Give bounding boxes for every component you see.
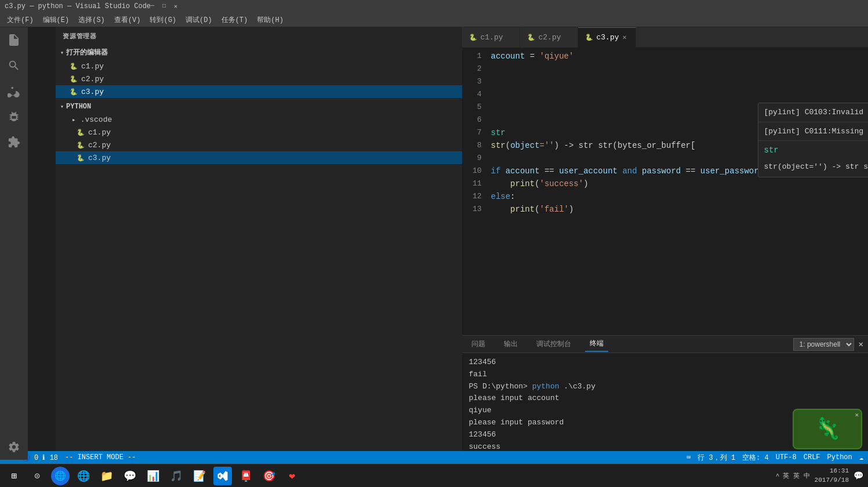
editor-area: 🐍 c1.py 🐍 c2.py 🐍 c3.py ✕ 1 account = 'q… — [462, 27, 869, 451]
explorer-header: 资源管理器 — [56, 27, 462, 45]
close-window-button[interactable]: ✕ — [174, 3, 181, 10]
taskbar-excel[interactable]: 📊 — [144, 467, 162, 485]
python-file-c3[interactable]: 🐍 c3.py — [56, 151, 462, 164]
open-file-c2[interactable]: 🐍 c2.py — [56, 72, 462, 85]
close-terminal-button[interactable]: ✕ — [859, 339, 863, 349]
python-file-icon: 🐍 — [70, 88, 78, 96]
extensions-icon[interactable] — [6, 134, 22, 150]
line-content-2 — [491, 63, 869, 75]
minimize-button[interactable]: ─ — [151, 3, 158, 10]
settings-icon[interactable] — [6, 439, 22, 455]
status-bar: ⚠ 0 🔵 0 ℹ 18 -- INSERT MODE -- ⌨ 行 3，列 1… — [0, 451, 868, 464]
gecko-close-button[interactable]: ✕ — [855, 411, 859, 419]
terminal-tabs: 问题 输出 调试控制台 终端 1: powershell ✕ — [462, 336, 869, 353]
status-line-ending[interactable]: CRLF — [804, 453, 820, 461]
status-language[interactable]: Python — [827, 453, 852, 461]
maximize-button[interactable]: □ — [162, 3, 169, 10]
status-right: ⌨ 行 3，列 1 空格: 4 UTF-8 CRLF Python ☁ — [687, 453, 863, 463]
python-file-c1[interactable]: 🐍 c1.py — [56, 126, 462, 139]
status-cloud[interactable]: ☁ — [859, 453, 863, 462]
open-file-c3[interactable]: 🐍 c3.py — [56, 85, 462, 98]
tab-c3-icon: 🐍 — [585, 34, 593, 41]
taskbar-folder[interactable]: 📁 — [97, 467, 116, 485]
menu-help[interactable]: 帮助(H) — [252, 14, 288, 26]
hover-type: str — [758, 141, 869, 159]
files-icon[interactable] — [6, 32, 22, 48]
taskbar-app3[interactable]: ❤ — [283, 467, 302, 485]
clock-date: 2017/9/18 — [815, 476, 849, 485]
tab-c2[interactable]: 🐍 c2.py — [520, 27, 578, 48]
line-num-10: 10 — [462, 165, 491, 177]
menu-goto[interactable]: 转到(G) — [145, 14, 181, 26]
tab-c1-icon: 🐍 — [469, 34, 477, 41]
python-folder-header[interactable]: ▾ PYTHON — [56, 100, 462, 113]
code-editor[interactable]: 1 account = 'qiyue' [pylint] C0103:Inval… — [462, 48, 869, 335]
taskbar-ie[interactable]: 🌐 — [74, 467, 93, 485]
activity-bar — [0, 27, 28, 460]
folder-arrow-icon: ▸ — [72, 116, 76, 123]
vscode-folder[interactable]: ▸ .vscode — [56, 113, 462, 126]
terminal-tab-problems[interactable]: 问题 — [467, 337, 490, 351]
python-file-icon: 🐍 — [70, 63, 78, 70]
terminal-tab-output[interactable]: 输出 — [499, 337, 522, 351]
taskbar-edge[interactable]: 🌐 — [51, 467, 70, 485]
tab-c1[interactable]: 🐍 c1.py — [462, 27, 520, 48]
line-num-3: 3 — [462, 75, 491, 88]
python-c1-label: c1.py — [88, 128, 111, 137]
tab-c2-label: c2.py — [539, 33, 561, 42]
notification-icon[interactable]: 💬 — [854, 471, 863, 481]
python-file-c2[interactable]: 🐍 c2.py — [56, 139, 462, 151]
terminal-tab-debug[interactable]: 调试控制台 — [532, 337, 576, 351]
terminal-shell-select[interactable]: 1: powershell — [793, 338, 854, 351]
taskbar-app1[interactable]: 📮 — [237, 467, 255, 485]
line-num-4: 4 — [462, 88, 491, 101]
titlebar-title: c3.py — python — Visual Studio Code — [5, 2, 151, 10]
status-spaces[interactable]: 空格: 4 — [742, 453, 769, 463]
open-editors-header[interactable]: ▾ 打开的编辑器 — [56, 45, 462, 60]
menu-view[interactable]: 查看(V) — [110, 14, 146, 26]
sys-tray-icons: 英 英 中 — [783, 471, 809, 480]
line-content-1: account = 'qiyue' — [491, 50, 869, 63]
taskbar-search[interactable]: ⊙ — [28, 467, 46, 485]
menu-edit[interactable]: 编辑(E) — [38, 14, 74, 26]
vscode-folder-label: .vscode — [81, 115, 112, 124]
status-line-col[interactable]: 行 3，列 1 — [698, 453, 735, 463]
open-file-c3-label: c3.py — [81, 88, 104, 96]
sys-tray: ^ 英 英 中 — [776, 471, 810, 480]
sys-tray-expand[interactable]: ^ — [776, 473, 780, 479]
taskbar-start[interactable]: ⊞ — [5, 467, 23, 485]
menu-debug[interactable]: 调试(D) — [181, 14, 217, 26]
python-c3-label: c3.py — [88, 154, 111, 162]
tab-c3-label: c3.py — [597, 33, 619, 42]
hover-popup: [pylint] C0103:Invalid constant name "ac… — [758, 103, 869, 177]
code-line-3: 3 — [462, 75, 869, 88]
hover-error-2: [pylint] C0111:Missing module docstring — [758, 122, 869, 141]
menu-task[interactable]: 任务(T) — [217, 14, 253, 26]
status-left: ⚠ 0 🔵 0 ℹ 18 -- INSERT MODE -- — [5, 453, 687, 462]
status-keyboard[interactable]: ⌨ — [687, 453, 691, 462]
taskbar-vscode[interactable] — [213, 467, 232, 485]
terminal-tab-terminal[interactable]: 终端 — [585, 336, 608, 352]
clock[interactable]: 16:31 2017/9/18 — [815, 467, 849, 485]
debug-icon[interactable] — [6, 108, 22, 125]
line-num-13: 13 — [462, 203, 491, 216]
tab-c3[interactable]: 🐍 c3.py ✕ — [578, 27, 636, 48]
source-control-icon[interactable] — [6, 83, 22, 99]
menu-file[interactable]: 文件(F) — [2, 14, 38, 26]
taskbar-chat[interactable]: 💬 — [121, 467, 139, 485]
taskbar-music[interactable]: 🎵 — [167, 467, 186, 485]
code-line-2: 2 — [462, 63, 869, 75]
clock-time: 16:31 — [815, 467, 849, 475]
menu-select[interactable]: 选择(S) — [74, 14, 110, 26]
taskbar-notepad[interactable]: 📝 — [190, 467, 209, 485]
line-num-8: 8 — [462, 139, 491, 152]
terminal-line-2: fail — [469, 369, 862, 381]
python-file-icon: 🐍 — [77, 154, 85, 162]
hover-error-1: [pylint] C0103:Invalid constant name "ac… — [758, 103, 869, 122]
tab-c3-close[interactable]: ✕ — [623, 33, 627, 42]
titlebar: c3.py — python — Visual Studio Code ─ □ … — [0, 0, 868, 13]
search-icon[interactable] — [6, 57, 22, 74]
status-encoding[interactable]: UTF-8 — [776, 453, 797, 461]
taskbar-app2[interactable]: 🎯 — [260, 467, 278, 485]
open-file-c1[interactable]: 🐍 c1.py — [56, 60, 462, 72]
